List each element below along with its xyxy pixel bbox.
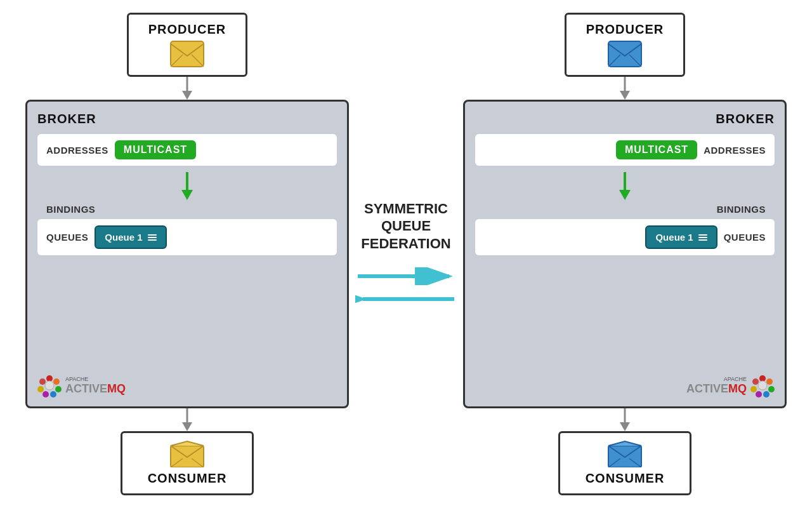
right-apache-flower-icon <box>750 373 775 398</box>
right-producer-box: PRODUCER <box>565 13 685 77</box>
svg-rect-0 <box>171 41 204 67</box>
left-broker-label: BROKER <box>37 112 337 126</box>
left-bindings-label: BINDINGS <box>46 204 95 215</box>
left-apache-text: APACHE <box>65 376 126 382</box>
right-activemq-logo: APACHE ACTIVEMQ <box>475 368 775 398</box>
left-addresses-panel: ADDRESSES MULTICAST <box>37 134 337 166</box>
right-bindings-row: BINDINGS <box>475 200 775 219</box>
right-active-text: ACTIVE <box>686 382 728 395</box>
right-queue-name: Queue 1 <box>655 232 693 243</box>
federation-text: SYMMETRIC QUEUE FEDERATION <box>361 200 450 253</box>
federation-line2: QUEUE <box>381 218 431 234</box>
right-broker-label: BROKER <box>475 112 775 126</box>
left-queues-row: QUEUES Queue 1 <box>46 225 167 249</box>
left-consumer-label: CONSUMER <box>148 471 227 486</box>
right-consumer-envelope-icon <box>608 441 642 467</box>
left-queues-label: QUEUES <box>46 232 88 243</box>
svg-point-11 <box>39 378 46 385</box>
right-producer-label: PRODUCER <box>586 22 664 37</box>
svg-marker-34 <box>620 422 630 431</box>
federation-line3: FEDERATION <box>361 236 450 251</box>
right-column: PRODUCER BROKER <box>463 13 787 495</box>
federation-center: SYMMETRIC QUEUE FEDERATION <box>349 13 463 495</box>
left-activemq-text: APACHE ACTIVEMQ <box>65 376 126 396</box>
left-consumer-envelope-icon <box>170 441 204 467</box>
federation-arrow-right-icon <box>355 267 457 285</box>
federation-arrows <box>355 267 457 308</box>
right-queue-lines-icon <box>698 234 707 241</box>
svg-point-29 <box>756 391 762 398</box>
svg-marker-2 <box>182 91 192 100</box>
svg-point-26 <box>766 378 773 385</box>
svg-point-27 <box>768 386 775 392</box>
left-producer-label: PRODUCER <box>148 22 226 37</box>
svg-rect-20 <box>608 41 641 67</box>
svg-marker-22 <box>620 91 630 100</box>
main-row: PRODUCER BROKER <box>0 0 812 508</box>
right-multicast-badge: MULTICAST <box>616 140 697 159</box>
right-broker-to-consumer-arrow <box>617 408 632 431</box>
federation-line1: SYMMETRIC <box>364 201 448 217</box>
left-active-text: ACTIVE <box>65 382 107 395</box>
right-producer-to-broker-arrow <box>617 77 632 100</box>
left-queues-panel: QUEUES Queue 1 <box>37 219 337 255</box>
right-queue-box: Queue 1 <box>645 225 717 249</box>
right-addresses-panel: MULTICAST ADDRESSES <box>475 134 775 166</box>
left-queue-box: Queue 1 <box>95 225 166 249</box>
right-apache-text: APACHE <box>686 376 747 382</box>
right-queues-row: Queue 1 QUEUES <box>484 225 766 249</box>
right-mq-text: MQ <box>728 382 747 395</box>
svg-point-12 <box>45 381 54 390</box>
left-bindings-row: BINDINGS <box>37 200 337 219</box>
svg-point-31 <box>752 378 759 385</box>
svg-marker-24 <box>619 190 631 200</box>
svg-point-7 <box>55 386 62 392</box>
right-consumer-label: CONSUMER <box>586 471 665 486</box>
svg-point-28 <box>763 391 769 398</box>
left-column: PRODUCER BROKER <box>25 13 349 495</box>
right-queues-label: QUEUES <box>724 232 766 243</box>
right-bindings-label: BINDINGS <box>717 204 766 215</box>
right-consumer-box: CONSUMER <box>558 431 691 495</box>
left-queue-lines-icon <box>148 234 157 241</box>
left-broker-to-consumer-arrow <box>180 408 195 431</box>
svg-point-8 <box>50 391 56 398</box>
left-producer-box: PRODUCER <box>127 13 247 77</box>
left-activemq-logo: APACHE ACTIVEMQ <box>37 368 337 398</box>
federation-label: SYMMETRIC QUEUE FEDERATION <box>355 200 457 309</box>
federation-arrow-left-icon <box>355 290 457 308</box>
svg-point-30 <box>750 386 757 392</box>
left-queue-name: Queue 1 <box>105 232 142 243</box>
svg-point-6 <box>53 378 60 385</box>
left-producer-to-broker-arrow <box>180 77 195 100</box>
right-activemq-text: APACHE ACTIVEMQ <box>686 376 747 396</box>
svg-point-32 <box>758 381 767 390</box>
left-mq-text: MQ <box>107 382 126 395</box>
left-consumer-box: CONSUMER <box>121 431 254 495</box>
right-green-arrow <box>475 172 775 200</box>
left-addresses-label: ADDRESSES <box>46 145 108 156</box>
svg-marker-4 <box>181 190 193 200</box>
left-apache-flower-icon <box>37 373 62 398</box>
svg-marker-14 <box>182 422 192 431</box>
right-addresses-row: MULTICAST ADDRESSES <box>484 140 766 159</box>
left-multicast-badge: MULTICAST <box>115 140 196 159</box>
right-queues-panel: Queue 1 QUEUES <box>475 219 775 255</box>
svg-point-10 <box>37 386 44 392</box>
right-producer-envelope-icon <box>608 41 642 67</box>
left-green-arrow <box>37 172 337 200</box>
left-addresses-row: ADDRESSES MULTICAST <box>46 140 196 159</box>
diagram: PRODUCER BROKER <box>0 0 812 508</box>
right-broker-box: BROKER MULTICAST ADDRESSES <box>463 100 787 408</box>
right-addresses-label: ADDRESSES <box>704 145 766 156</box>
svg-point-9 <box>43 391 49 398</box>
left-producer-envelope-icon <box>170 41 204 67</box>
left-broker-box: BROKER ADDRESSES MULTICAST <box>25 100 349 408</box>
